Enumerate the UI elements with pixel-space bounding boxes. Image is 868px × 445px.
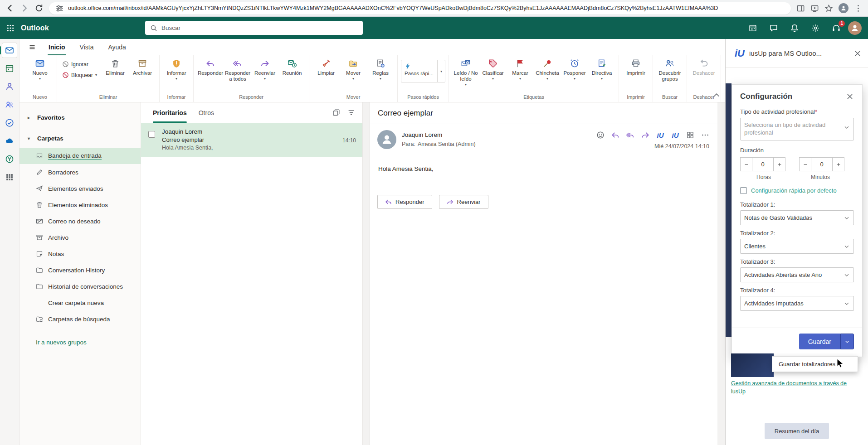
ribbon-button-descubrir-grupos[interactable]: Descubrir grupos	[656, 55, 683, 87]
recipient-name[interactable]: Amesia Sentia (Admin)	[418, 141, 476, 147]
emoji-icon[interactable]	[596, 131, 605, 139]
ribbon-tab-inicio[interactable]: Inicio	[43, 39, 71, 55]
activity-type-select[interactable]: Selecciona un tipo de actividad profesio…	[740, 118, 854, 140]
addin-close-icon[interactable]	[853, 49, 862, 58]
sender-name[interactable]: Joaquin Lorem	[402, 131, 476, 138]
rail-item-mail[interactable]	[2, 43, 17, 58]
forward-button[interactable]: Reenviar	[439, 195, 488, 209]
ribbon-gallery-quick-steps[interactable]: Pasos rápi...▾	[401, 60, 445, 82]
ribbon-button-responder[interactable]: Responder	[197, 55, 224, 81]
folder-historial-de-conversaciones[interactable]: Historial de conversaciones	[20, 278, 141, 295]
minutes-value[interactable]: 0	[811, 157, 832, 171]
ribbon-button-bloquear[interactable]: Bloquear▾	[60, 71, 99, 79]
totalizer-select-3[interactable]: Actividades Abiertas este Año	[740, 267, 854, 282]
day-summary-button[interactable]: Resumen del día	[765, 423, 829, 439]
hours-value[interactable]: 0	[752, 157, 773, 171]
ribbon-button-imprimir[interactable]: Imprimir	[622, 55, 649, 81]
sidebar-section-carpetas[interactable]: ▾ Carpetas	[20, 131, 141, 146]
bookmark-star-icon[interactable]	[824, 4, 833, 13]
minutes-plus-button[interactable]	[832, 157, 844, 171]
headset-icon[interactable]: 1	[832, 24, 841, 33]
folder-crear-carpeta-nueva[interactable]: Crear carpeta nueva	[20, 295, 141, 311]
browser-profile-avatar[interactable]	[839, 3, 848, 13]
reply-all-icon[interactable]	[626, 131, 634, 139]
gallery-chevron[interactable]: ▾	[437, 60, 445, 82]
apps-sm-icon[interactable]	[686, 131, 694, 139]
forward-mail-icon[interactable]	[641, 131, 649, 139]
folder-archivo[interactable]: Archivo	[20, 229, 141, 246]
bell-icon[interactable]	[790, 24, 799, 33]
save-totalizers-menu-item[interactable]: Guardar totalizadores	[772, 357, 858, 372]
ribbon-tab-vista[interactable]: Vista	[74, 39, 99, 55]
sender-avatar[interactable]	[377, 130, 396, 149]
folder-elementos-eliminados[interactable]: Elementos eliminados	[20, 197, 141, 213]
more-icon[interactable]	[701, 131, 709, 139]
message-checkbox[interactable]	[148, 131, 155, 138]
folder-notas[interactable]: Notas	[20, 246, 141, 262]
rail-item-people[interactable]	[2, 79, 17, 94]
app-launcher-waffle-icon[interactable]	[0, 17, 21, 39]
side-panel-icon[interactable]	[796, 4, 805, 13]
dialog-close-icon[interactable]	[846, 92, 854, 101]
list-tab-otros[interactable]: Otros	[199, 102, 214, 123]
rail-item-onedrive[interactable]	[2, 133, 17, 149]
iusup-icon[interactable]: iU	[671, 131, 679, 139]
ribbon-button-responder-a-todos[interactable]: Responder a todos	[224, 55, 251, 87]
browser-menu-icon[interactable]	[854, 4, 863, 13]
promo-image[interactable]	[731, 353, 774, 377]
ribbon-button-nuevo[interactable]: Nuevo▾	[26, 55, 54, 81]
ribbon-button-posponer[interactable]: Posponer▾	[561, 55, 588, 81]
site-info-icon[interactable]	[55, 4, 64, 13]
totalizer-select-2[interactable]: Clientes	[740, 239, 854, 254]
ribbon-button-archivar[interactable]: Archivar	[129, 55, 156, 81]
sidebar-section-favoritos[interactable]: ▸ Favoritos	[20, 110, 141, 125]
ribbon-button-directiva[interactable]: Directiva▾	[588, 55, 615, 81]
folder-correo-no-deseado[interactable]: Correo no deseado	[20, 213, 141, 229]
gear-icon[interactable]	[811, 24, 820, 33]
ribbon-button-mover[interactable]: Mover▾	[340, 55, 367, 81]
hours-plus-button[interactable]	[773, 157, 785, 171]
ribbon-tab-ayuda[interactable]: Ayuda	[102, 39, 131, 55]
hamburger-menu-icon[interactable]	[25, 41, 39, 53]
rail-item-groups[interactable]	[2, 97, 17, 112]
ribbon-button-eliminar[interactable]: Eliminar	[102, 55, 129, 81]
rail-item-calendar[interactable]	[2, 61, 17, 76]
user-avatar[interactable]	[848, 21, 862, 35]
promo-link[interactable]: Gestión avanzada de documentos a través …	[731, 380, 860, 396]
ribbon-button-le-do-no-le-do[interactable]: Leído / No leído▾	[452, 55, 479, 87]
ribbon-collapse-icon[interactable]	[712, 91, 721, 98]
iusup-icon[interactable]: iU	[656, 131, 664, 139]
ribbon-button-deshacer[interactable]: Deshacer	[690, 55, 717, 81]
minutes-minus-button[interactable]	[799, 157, 811, 171]
filter-icon[interactable]	[347, 109, 355, 116]
ribbon-button-limpiar[interactable]: Limpiar	[312, 55, 340, 81]
search-input[interactable]: Buscar	[145, 21, 363, 35]
quick-config-checkbox[interactable]	[740, 187, 747, 194]
folder-borradores[interactable]: Borradores	[20, 164, 141, 180]
install-app-icon[interactable]	[810, 4, 819, 13]
folder-bandeja-de-entrada[interactable]: Bandeja de entrada	[20, 148, 141, 164]
totalizer-select-1[interactable]: Notas de Gasto Validadas	[740, 210, 854, 225]
address-bar[interactable]: outlook.office.com/mail/inbox/id/AAMkAGU…	[49, 2, 791, 15]
folder-conversation-history[interactable]: Conversation History	[20, 262, 141, 278]
ribbon-button-reglas[interactable]: Reglas▾	[367, 55, 394, 81]
forward-icon[interactable]	[20, 4, 29, 13]
go-to-groups-link[interactable]: Ir a nuevos grupos	[36, 339, 141, 346]
hours-minus-button[interactable]	[740, 157, 752, 171]
reply-button[interactable]: Responder	[377, 195, 432, 209]
folder-elementos-enviados[interactable]: Elementos enviados	[20, 180, 141, 197]
rail-item-apps[interactable]	[2, 169, 17, 185]
ribbon-button-informar[interactable]: Informar▾	[163, 55, 190, 81]
back-icon[interactable]	[5, 4, 15, 13]
conversations-icon[interactable]	[332, 109, 340, 116]
ribbon-button-reuni-n[interactable]: Reunión	[278, 55, 306, 81]
save-button[interactable]: Guardar	[799, 334, 840, 349]
ribbon-button-chincheta[interactable]: Chincheta▾	[534, 55, 561, 81]
rail-item-yammer[interactable]	[2, 151, 17, 167]
message-list-item[interactable]: Joaquin LoremCorreo ejemplarHola Amesia …	[141, 123, 362, 157]
reload-icon[interactable]	[34, 4, 44, 13]
chat-icon[interactable]	[769, 24, 778, 33]
ribbon-button-clasificar[interactable]: Clasificar▾	[479, 55, 507, 81]
rail-item-todo[interactable]	[2, 115, 17, 131]
ribbon-button-marcar[interactable]: Marcar▾	[507, 55, 534, 81]
